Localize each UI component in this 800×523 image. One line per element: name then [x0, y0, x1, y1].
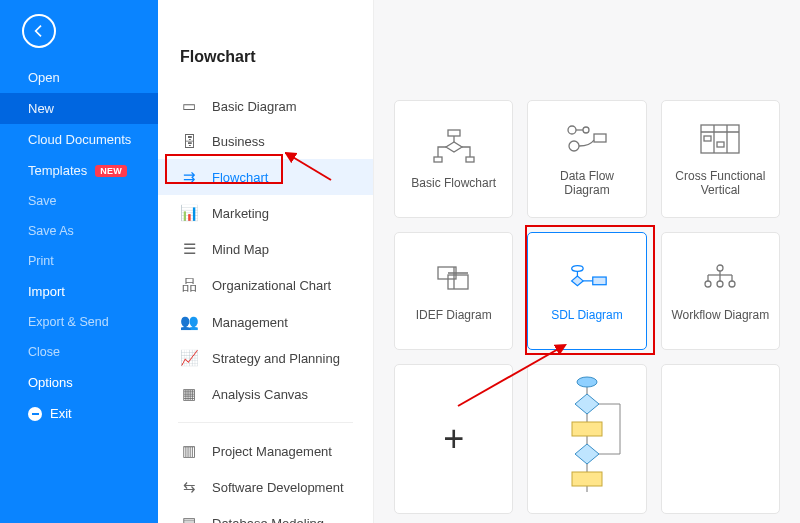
cat-management[interactable]: 👥Management: [158, 304, 373, 340]
sidebar-item-exit[interactable]: Exit: [0, 398, 158, 429]
sidebar-item-close[interactable]: Close: [0, 337, 158, 367]
basic-flowchart-icon: [431, 128, 477, 164]
software-icon: ⇆: [180, 478, 198, 496]
cat-project-management[interactable]: ▥Project Management: [158, 433, 373, 469]
data-flow-icon: [564, 121, 610, 157]
sidebar-item-save-as[interactable]: Save As: [0, 216, 158, 246]
svg-rect-12: [448, 275, 468, 289]
idef-icon: [431, 260, 477, 296]
flowchart-icon: ⇉: [180, 168, 198, 186]
svg-point-13: [572, 265, 584, 271]
cat-business[interactable]: 🗄Business: [158, 124, 373, 159]
cat-database[interactable]: ▤Database Modeling: [158, 505, 373, 523]
analysis-icon: ▦: [180, 385, 198, 403]
basic-diagram-icon: ▭: [180, 97, 198, 115]
business-icon: 🗄: [180, 133, 198, 150]
svg-point-17: [717, 281, 723, 287]
card-label: Cross Functional Vertical: [670, 169, 771, 198]
svg-rect-10: [717, 142, 724, 147]
svg-rect-3: [466, 157, 474, 162]
svg-rect-21: [572, 472, 602, 486]
strategy-icon: 📈: [180, 349, 198, 367]
category-column: Flowchart ▭Basic Diagram 🗄Business ⇉Flow…: [158, 0, 374, 523]
sidebar-item-print[interactable]: Print: [0, 246, 158, 276]
svg-rect-9: [704, 136, 711, 141]
org-chart-icon: 品: [180, 276, 198, 295]
back-button[interactable]: [22, 14, 56, 48]
example-template-1[interactable]: [527, 364, 646, 514]
sidebar-item-open[interactable]: Open: [0, 62, 158, 93]
svg-point-16: [705, 281, 711, 287]
template-grid: Basic Flowchart Data Flow Diagram Cross …: [374, 0, 800, 350]
sidebar-item-import[interactable]: Import: [0, 276, 158, 307]
card-cross-functional[interactable]: Cross Functional Vertical: [661, 100, 780, 218]
cat-org-chart[interactable]: 品Organizational Chart: [158, 267, 373, 304]
example-template-2[interactable]: [661, 364, 780, 514]
svg-point-15: [717, 265, 723, 271]
cat-basic-diagram[interactable]: ▭Basic Diagram: [158, 88, 373, 124]
card-label: IDEF Diagram: [416, 308, 492, 322]
svg-point-6: [569, 141, 579, 151]
cat-mind-map[interactable]: ☰Mind Map: [158, 231, 373, 267]
card-workflow[interactable]: Workflow Diagram: [661, 232, 780, 350]
sidebar-item-export-send[interactable]: Export & Send: [0, 307, 158, 337]
svg-rect-20: [572, 422, 602, 436]
svg-rect-14: [593, 277, 606, 285]
svg-rect-8: [701, 125, 739, 153]
svg-point-5: [583, 127, 589, 133]
cat-strategy[interactable]: 📈Strategy and Planning: [158, 340, 373, 376]
example-thumb-icon: [542, 374, 632, 504]
sidebar-item-options[interactable]: Options: [0, 367, 158, 398]
example-blank[interactable]: +: [394, 364, 513, 514]
cat-flowchart[interactable]: ⇉Flowchart: [158, 159, 373, 195]
main-panel: Basic Flowchart Data Flow Diagram Cross …: [374, 0, 800, 523]
svg-rect-2: [434, 157, 442, 162]
category-title: Flowchart: [158, 48, 373, 88]
cat-software-dev[interactable]: ⇆Software Development: [158, 469, 373, 505]
svg-point-19: [577, 377, 597, 387]
database-icon: ▤: [180, 514, 198, 523]
card-label: Basic Flowchart: [411, 176, 496, 190]
cat-analysis[interactable]: ▦Analysis Canvas: [158, 376, 373, 412]
sidebar-item-templates[interactable]: TemplatesNEW: [0, 155, 158, 186]
svg-rect-7: [594, 134, 606, 142]
sidebar-item-cloud-documents[interactable]: Cloud Documents: [0, 124, 158, 155]
card-label: SDL Diagram: [551, 308, 623, 322]
cat-marketing[interactable]: 📊Marketing: [158, 195, 373, 231]
plus-icon: +: [443, 418, 464, 460]
card-data-flow[interactable]: Data Flow Diagram: [527, 100, 646, 218]
management-icon: 👥: [180, 313, 198, 331]
svg-point-4: [568, 126, 576, 134]
sidebar-item-save[interactable]: Save: [0, 186, 158, 216]
card-idef[interactable]: IDEF Diagram: [394, 232, 513, 350]
mind-map-icon: ☰: [180, 240, 198, 258]
sidebar-item-new[interactable]: New: [0, 93, 158, 124]
category-divider: [178, 422, 353, 423]
new-badge: NEW: [95, 165, 127, 177]
svg-rect-1: [448, 130, 460, 136]
marketing-icon: 📊: [180, 204, 198, 222]
exit-icon: [28, 407, 42, 421]
file-menu-sidebar: Open New Cloud Documents TemplatesNEW Sa…: [0, 0, 158, 523]
examples-row: +: [374, 350, 800, 514]
card-label: Workflow Diagram: [671, 308, 769, 322]
sdl-icon: [564, 260, 610, 296]
workflow-icon: [697, 260, 743, 296]
card-label: Data Flow Diagram: [536, 169, 637, 198]
svg-point-18: [729, 281, 735, 287]
card-sdl[interactable]: SDL Diagram: [527, 232, 646, 350]
cross-functional-icon: [697, 121, 743, 157]
project-icon: ▥: [180, 442, 198, 460]
card-basic-flowchart[interactable]: Basic Flowchart: [394, 100, 513, 218]
